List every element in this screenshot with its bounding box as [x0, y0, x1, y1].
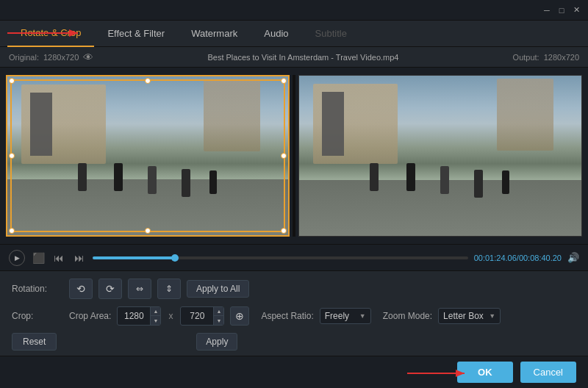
- ok-button[interactable]: OK: [457, 362, 513, 383]
- apply-button[interactable]: Apply: [196, 333, 237, 351]
- filename: Best Places to Visit In Amsterdam - Trav…: [207, 53, 398, 62]
- crop-overlay[interactable]: [10, 79, 285, 232]
- prev-button[interactable]: ⏮: [51, 251, 66, 265]
- flip-horizontal-button[interactable]: ⇔: [128, 279, 151, 299]
- time-total: 00:08:40.20: [519, 254, 562, 262]
- crop-handle-ml[interactable]: [9, 153, 15, 159]
- time-display: 00:01:24.06/00:08:40.20: [474, 254, 562, 262]
- flip-vertical-button[interactable]: ⇕: [157, 279, 181, 299]
- crop-width-input-wrap: ▲ ▼: [117, 306, 161, 326]
- crop-handle-br[interactable]: [281, 228, 287, 234]
- preview-right: [298, 75, 582, 237]
- next-icon: ⏭: [74, 252, 85, 264]
- rotation-label: Rotation:: [12, 284, 63, 294]
- crop-height-input-wrap: ▲ ▼: [180, 306, 224, 326]
- stop-icon: ⬛: [32, 252, 45, 264]
- progress-fill: [93, 256, 175, 259]
- title-bar: ─ □ ✕: [0, 0, 588, 21]
- rotate-left-icon: ⟲: [76, 283, 85, 295]
- aspect-ratio-arrow: ▼: [359, 312, 366, 320]
- tab-watermark-label: Watermark: [191, 28, 237, 39]
- time-current: 00:01:24.06: [474, 254, 517, 262]
- video-preview-left: [6, 75, 290, 237]
- controls-area: Rotation: ⟲ ⟳ ⇔ ⇕ Apply to All Crop: Cro…: [0, 270, 588, 358]
- crop-width-spinners: ▲ ▼: [150, 307, 160, 325]
- progress-thumb[interactable]: [171, 254, 179, 262]
- rotation-row: Rotation: ⟲ ⟳ ⇔ ⇕ Apply to All: [12, 279, 576, 299]
- stop-button[interactable]: ⬛: [31, 251, 46, 265]
- close-button[interactable]: ✕: [570, 4, 582, 16]
- bike-scene-right: [299, 76, 581, 236]
- volume-icon[interactable]: 🔊: [567, 252, 579, 263]
- tab-subtitle-label: Subtitle: [315, 28, 347, 39]
- video-preview-right: [298, 75, 582, 237]
- crop-handle-bm[interactable]: [145, 228, 151, 234]
- zoom-mode-value: Letter Box: [443, 311, 484, 321]
- tab-rotate-crop[interactable]: Rotate & Crop: [7, 21, 94, 47]
- crop-handle-tr[interactable]: [281, 78, 287, 84]
- reset-button[interactable]: Reset: [12, 333, 57, 351]
- rotate-right-button[interactable]: ⟳: [98, 279, 122, 299]
- play-icon: ▶: [15, 254, 20, 262]
- reset-row: Reset Apply: [12, 333, 576, 351]
- tab-rotate-crop-label: Rotate & Crop: [21, 27, 81, 38]
- rotate-right-icon: ⟳: [106, 283, 115, 295]
- tab-subtitle: Subtitle: [302, 21, 360, 47]
- preview-divider: [293, 75, 295, 237]
- preview-area: [0, 68, 588, 244]
- aspect-ratio-label: Aspect Ratio:: [261, 311, 313, 321]
- aspect-ratio-dropdown[interactable]: Freely ▼: [320, 308, 371, 324]
- flip-v-icon: ⇕: [165, 284, 173, 294]
- original-resolution: 1280x720: [43, 53, 79, 62]
- crop-move-icon: ⊕: [235, 310, 244, 322]
- crop-handle-mr[interactable]: [281, 153, 287, 159]
- crop-height-down[interactable]: ▼: [213, 316, 223, 325]
- crop-label: Crop:: [12, 311, 63, 321]
- rotate-left-button[interactable]: ⟲: [69, 279, 93, 299]
- crop-width-down[interactable]: ▼: [150, 316, 160, 325]
- zoom-mode-arrow: ▼: [489, 312, 495, 320]
- crop-row: Crop: Crop Area: ▲ ▼ x ▲ ▼ ⊕ Aspect Rati…: [12, 306, 576, 326]
- tab-audio-label: Audio: [264, 28, 288, 39]
- tab-effect-filter[interactable]: Effect & Filter: [94, 21, 178, 47]
- tab-bar: Rotate & Crop Effect & Filter Watermark …: [0, 21, 588, 47]
- aspect-ratio-value: Freely: [325, 311, 349, 321]
- cancel-button[interactable]: Cancel: [520, 362, 576, 383]
- next-button[interactable]: ⏭: [72, 251, 87, 265]
- output-label: Output:: [513, 53, 539, 62]
- crop-handle-bl[interactable]: [9, 228, 15, 234]
- zoom-mode-label: Zoom Mode:: [383, 311, 432, 321]
- prev-icon: ⏮: [54, 252, 64, 264]
- tab-watermark[interactable]: Watermark: [178, 21, 251, 47]
- crop-height-spinners: ▲ ▼: [213, 307, 223, 325]
- crop-handle-tl[interactable]: [9, 78, 15, 84]
- tab-effect-filter-label: Effect & Filter: [107, 28, 165, 39]
- crop-handle-tm[interactable]: [145, 78, 151, 84]
- playback-bar: ▶ ⬛ ⏮ ⏭ 00:01:24.06/00:08:40.20 🔊: [0, 244, 588, 270]
- crop-move-button[interactable]: ⊕: [230, 306, 249, 326]
- crop-width-up[interactable]: ▲: [150, 307, 160, 316]
- output-resolution: 1280x720: [544, 53, 579, 62]
- preview-left: [6, 75, 290, 237]
- tab-audio[interactable]: Audio: [251, 21, 301, 47]
- progress-bar[interactable]: [93, 256, 468, 259]
- crop-area-label: Crop Area:: [69, 311, 111, 321]
- zoom-mode-dropdown[interactable]: Letter Box ▼: [438, 308, 501, 324]
- eye-icon[interactable]: 👁: [83, 51, 93, 63]
- play-button[interactable]: ▶: [9, 250, 25, 266]
- flip-h-icon: ⇔: [136, 284, 143, 294]
- info-bar: Original: 1280x720 👁 Best Places to Visi…: [0, 47, 588, 68]
- bottom-bar: OK Cancel: [0, 356, 588, 388]
- maximize-button[interactable]: □: [556, 4, 567, 16]
- crop-height-input[interactable]: [181, 307, 213, 325]
- original-label: Original:: [9, 53, 39, 62]
- apply-to-all-button[interactable]: Apply to All: [187, 280, 249, 298]
- crop-width-input[interactable]: [118, 307, 150, 325]
- minimize-button[interactable]: ─: [541, 4, 553, 16]
- dimension-separator: x: [168, 311, 173, 321]
- crop-height-up[interactable]: ▲: [213, 307, 223, 316]
